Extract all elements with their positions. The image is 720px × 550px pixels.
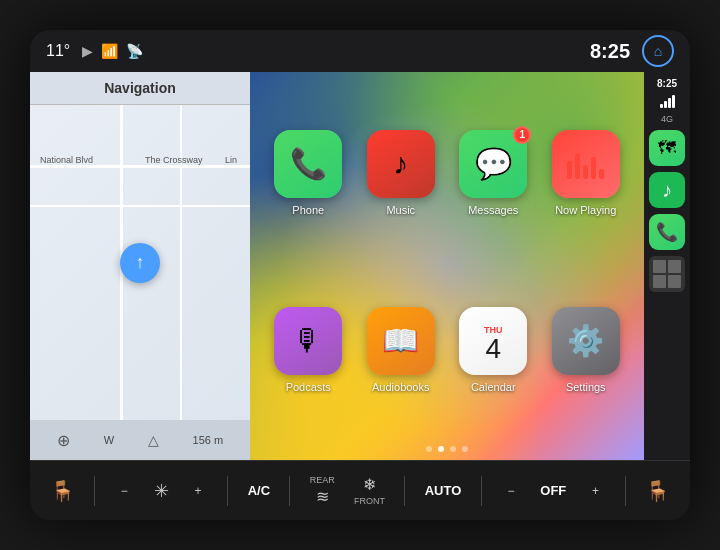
app-messages[interactable]: 💬 1 Messages <box>455 92 532 253</box>
seat-heat-right-icon[interactable]: 🪑 <box>645 479 670 503</box>
bar-5 <box>599 169 604 179</box>
off-label[interactable]: OFF <box>540 483 566 498</box>
app-grid: 📞 Phone ♪ Music 💬 1 M <box>270 92 624 430</box>
audio-bars <box>567 149 604 179</box>
audiobooks-icon: 📖 <box>367 307 435 375</box>
calendar-day: 4 <box>485 335 501 363</box>
clock-display: 8:25 <box>590 40 630 63</box>
signal-bar-2 <box>664 101 667 108</box>
map-road-h1 <box>30 165 250 168</box>
signal-bar-3 <box>668 98 671 108</box>
signal-bars <box>660 95 675 108</box>
signal-icon: 📡 <box>126 43 143 59</box>
road-label-2: The Crossway <box>145 155 203 165</box>
ac-label[interactable]: A/C <box>248 483 270 498</box>
app-settings[interactable]: ⚙️ Settings <box>548 269 625 430</box>
compass-icon: ⊕ <box>57 431 70 450</box>
messages-badge: 1 <box>513 126 531 144</box>
audiobooks-label: Audiobooks <box>372 381 430 393</box>
fan-minus-btn[interactable]: − <box>114 481 134 501</box>
app-phone[interactable]: 📞 Phone <box>270 92 347 253</box>
grid-cell-1 <box>653 260 666 273</box>
divider-2 <box>227 476 228 506</box>
grid-cell-2 <box>668 260 681 273</box>
front-label: FRONT <box>354 496 385 506</box>
rear-heat-icon[interactable]: ≋ <box>316 487 329 506</box>
temperature-display: 11° <box>46 42 70 60</box>
status-bar: 11° ▶ 📶 📡 8:25 ⌂ <box>30 30 690 72</box>
dot-1[interactable] <box>426 446 432 452</box>
sidebar-maps-icon[interactable]: 🗺 <box>649 130 685 166</box>
app-music[interactable]: ♪ Music <box>363 92 440 253</box>
divider-6 <box>625 476 626 506</box>
podcasts-label: Podcasts <box>286 381 331 393</box>
map-road-h2 <box>30 205 250 207</box>
sidebar-spotify-icon[interactable]: ♪ <box>649 172 685 208</box>
navigation-arrow[interactable]: ↑ <box>120 243 160 283</box>
carplay-panel: 📞 Phone ♪ Music 💬 1 M <box>250 72 644 460</box>
front-defrost-icon[interactable]: ❄ <box>363 475 376 494</box>
grid-cell-4 <box>668 275 681 288</box>
wifi-icon: 📶 <box>101 43 118 59</box>
right-sidebar: 8:25 4G 🗺 ♪ 📞 <box>644 72 690 460</box>
grid-cell-3 <box>653 275 666 288</box>
phone-icon: 📞 <box>274 130 342 198</box>
sidebar-phone-icon[interactable]: 📞 <box>649 214 685 250</box>
home-button[interactable]: ⌂ <box>642 35 674 67</box>
map-view[interactable]: National Blvd The Crossway Lin ↑ <box>30 105 250 420</box>
distance-label: 156 m <box>193 434 224 446</box>
messages-label: Messages <box>468 204 518 216</box>
front-control: ❄ FRONT <box>354 475 385 506</box>
bar-2 <box>575 153 580 179</box>
temp-plus-btn[interactable]: + <box>586 481 606 501</box>
play-icon[interactable]: ▶ <box>82 43 93 59</box>
navigation-panel: Navigation National Blvd The Crossway Li… <box>30 72 250 460</box>
map-road-v2 <box>180 105 182 420</box>
car-screen: 11° ▶ 📶 📡 8:25 ⌂ Navigation National Blv… <box>30 30 690 520</box>
sidebar-grid-view[interactable] <box>649 256 685 292</box>
dot-3[interactable] <box>450 446 456 452</box>
podcasts-icon: 🎙 <box>274 307 342 375</box>
direction-label: W <box>104 434 114 446</box>
app-audiobooks[interactable]: 📖 Audiobooks <box>363 269 440 430</box>
temp-minus-btn[interactable]: − <box>501 481 521 501</box>
road-label-1: National Blvd <box>40 155 93 165</box>
divider-4 <box>404 476 405 506</box>
fan-plus-btn[interactable]: + <box>188 481 208 501</box>
divider-3 <box>289 476 290 506</box>
rear-label: REAR <box>310 475 335 485</box>
bar-3 <box>583 165 588 179</box>
distance-display: 156 m <box>193 434 224 446</box>
auto-label[interactable]: AUTO <box>425 483 462 498</box>
nav-footer: ⊕ W △ 156 m <box>30 420 250 460</box>
bar-1 <box>567 161 572 179</box>
music-icon: ♪ <box>367 130 435 198</box>
bar-4 <box>591 157 596 179</box>
status-left: 11° ▶ 📶 📡 <box>46 42 143 60</box>
divider-1 <box>94 476 95 506</box>
music-label: Music <box>386 204 415 216</box>
app-podcasts[interactable]: 🎙 Podcasts <box>270 269 347 430</box>
nowplaying-label: Now Playing <box>555 204 616 216</box>
calendar-inner: THU 4 <box>459 319 527 363</box>
seat-heat-left-icon[interactable]: 🪑 <box>50 479 75 503</box>
messages-icon: 💬 1 <box>459 130 527 198</box>
settings-label: Settings <box>566 381 606 393</box>
calendar-icon: THU 4 <box>459 307 527 375</box>
calendar-label: Calendar <box>471 381 516 393</box>
nowplaying-icon <box>552 130 620 198</box>
app-calendar[interactable]: THU 4 Calendar <box>455 269 532 430</box>
dot-4[interactable] <box>462 446 468 452</box>
network-label: 4G <box>661 114 673 124</box>
phone-label: Phone <box>292 204 324 216</box>
sidebar-time: 8:25 <box>657 78 677 89</box>
status-right: 8:25 ⌂ <box>590 35 674 67</box>
divider-5 <box>481 476 482 506</box>
status-icons: ▶ 📶 📡 <box>82 43 143 59</box>
app-nowplaying[interactable]: Now Playing <box>548 92 625 253</box>
fan-icon: ✳ <box>154 480 169 502</box>
warning-icon: △ <box>148 432 159 448</box>
direction-display: W <box>104 434 114 446</box>
main-area: Navigation National Blvd The Crossway Li… <box>30 72 690 460</box>
dot-2[interactable] <box>438 446 444 452</box>
